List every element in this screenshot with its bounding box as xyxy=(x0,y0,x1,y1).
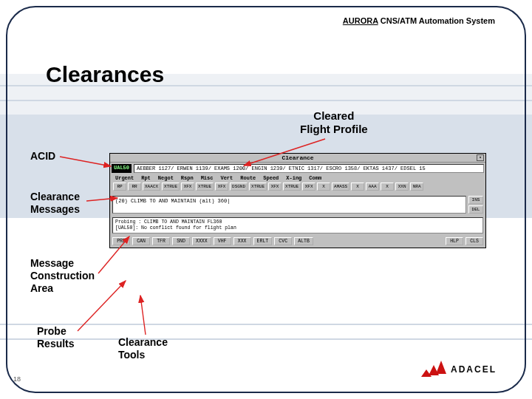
label-clearance-messages: ClearanceMessages xyxy=(30,191,80,216)
message-category[interactable]: Route xyxy=(238,175,258,181)
acid-field[interactable]: UAL50 xyxy=(112,164,132,173)
adacel-logo-icon xyxy=(421,361,446,378)
window-menu-icon[interactable]: ▾ xyxy=(477,154,484,161)
message-button[interactable]: XAACX xyxy=(143,183,160,191)
message-category[interactable]: Vert xyxy=(218,175,235,181)
tool-button[interactable]: PRB xyxy=(112,237,130,245)
message-button[interactable]: AMASS xyxy=(332,183,349,191)
message-category[interactable]: Comm xyxy=(307,175,324,181)
page-title: Clearances xyxy=(46,62,164,87)
label-probe-results: ProbeResults xyxy=(37,325,75,350)
subtitle: ClearedFlight Profile xyxy=(300,109,368,136)
message-button[interactable]: DSGND xyxy=(230,183,248,191)
probe-output: Probing : CLIMB TO AND MAINTAIN FL360 [U… xyxy=(112,217,483,233)
message-button[interactable]: XTRUE xyxy=(162,183,180,191)
message-category[interactable]: Speed xyxy=(261,175,281,181)
tool-button[interactable]: VHF xyxy=(214,237,231,245)
message-category[interactable]: X-ing xyxy=(284,175,304,181)
label-clearance-tools: ClearanceTools xyxy=(118,336,168,361)
probe-line: [UAL50]: No conflict found for flight pl… xyxy=(115,225,480,231)
message-category-row: UrgentRptNegotRspnMiscVertRouteSpeedX-in… xyxy=(110,174,485,181)
tool-button[interactable]: ERLT xyxy=(253,237,273,245)
tool-button[interactable]: XXXX xyxy=(192,237,211,245)
tool-button[interactable]: HLP xyxy=(446,237,463,245)
flight-profile-field[interactable]: AEBBER 1127/ ERWEN 1139/ EXAMS 1200/ ENG… xyxy=(134,164,484,173)
message-button[interactable]: RR xyxy=(128,183,141,191)
probe-line: Probing : CLIMB TO AND MAINTAIN FL360 xyxy=(115,219,480,225)
adacel-logo: ADACEL xyxy=(421,361,497,378)
side-button-del[interactable]: DEL xyxy=(468,205,483,214)
acid-row: UAL50 AEBBER 1127/ ERWEN 1139/ EXAMS 120… xyxy=(110,163,485,174)
tool-button-row: PRBCANTFRSNDXXXXVHFXXXERLTCVCALTBHLPCLS xyxy=(110,235,485,248)
window-title: Clearance xyxy=(282,154,313,161)
clearance-window: Clearance ▾ UAL50 AEBBER 1127/ ERWEN 113… xyxy=(109,153,486,248)
tool-button[interactable]: TFR xyxy=(152,237,170,245)
message-button[interactable]: XTRUE xyxy=(283,183,301,191)
tool-button[interactable]: CLS xyxy=(466,237,483,245)
message-button[interactable]: X xyxy=(381,183,394,191)
message-category[interactable]: Rspn xyxy=(179,175,196,181)
message-category[interactable]: Negot xyxy=(156,175,176,181)
message-category[interactable]: Rpt xyxy=(139,175,153,181)
message-button[interactable]: XXN xyxy=(395,183,409,191)
message-button[interactable]: XTRUE xyxy=(196,183,214,191)
tool-button[interactable]: CVC xyxy=(274,237,292,245)
header-brand: AURORA CNS/ATM Automation System xyxy=(343,16,495,25)
message-button[interactable]: X xyxy=(317,183,330,191)
construction-row: (20) CLIMB TO AND MAINTAIN (alt) 360| IN… xyxy=(110,194,485,216)
window-title-bar: Clearance ▾ xyxy=(110,154,485,163)
message-button[interactable]: RP xyxy=(113,183,126,191)
message-button[interactable]: XFX xyxy=(181,183,194,191)
construction-text[interactable]: (20) CLIMB TO AND MAINTAIN (alt) 360| xyxy=(112,196,466,214)
side-button-ins[interactable]: INS xyxy=(468,196,483,204)
label-acid: ACID xyxy=(30,150,55,163)
tool-button[interactable]: SND xyxy=(172,237,190,245)
message-button[interactable]: X xyxy=(351,183,364,191)
message-button[interactable]: AAA xyxy=(366,183,379,191)
tool-button[interactable]: CAN xyxy=(132,237,150,245)
message-category[interactable]: Misc xyxy=(199,175,216,181)
label-message-construction: MessageConstructionArea xyxy=(30,257,95,294)
tool-button[interactable]: XXX xyxy=(233,237,251,245)
construction-side-buttons: INSDEL xyxy=(468,196,483,214)
message-button[interactable]: XFX xyxy=(302,183,316,191)
tool-button[interactable]: ALTB xyxy=(294,237,313,245)
message-button[interactable]: XFX xyxy=(268,183,282,191)
message-button[interactable]: XFX xyxy=(215,183,228,191)
message-button[interactable]: NRA xyxy=(410,183,423,191)
message-button-row: RPRRXAACXXTRUEXFXXTRUEXFXDSGNDXTRUEXFXXT… xyxy=(110,181,485,194)
message-button[interactable]: XTRUE xyxy=(249,183,267,191)
adacel-logo-text: ADACEL xyxy=(451,364,497,375)
page-number: 18 xyxy=(13,375,21,383)
message-category[interactable]: Urgent xyxy=(113,175,136,181)
